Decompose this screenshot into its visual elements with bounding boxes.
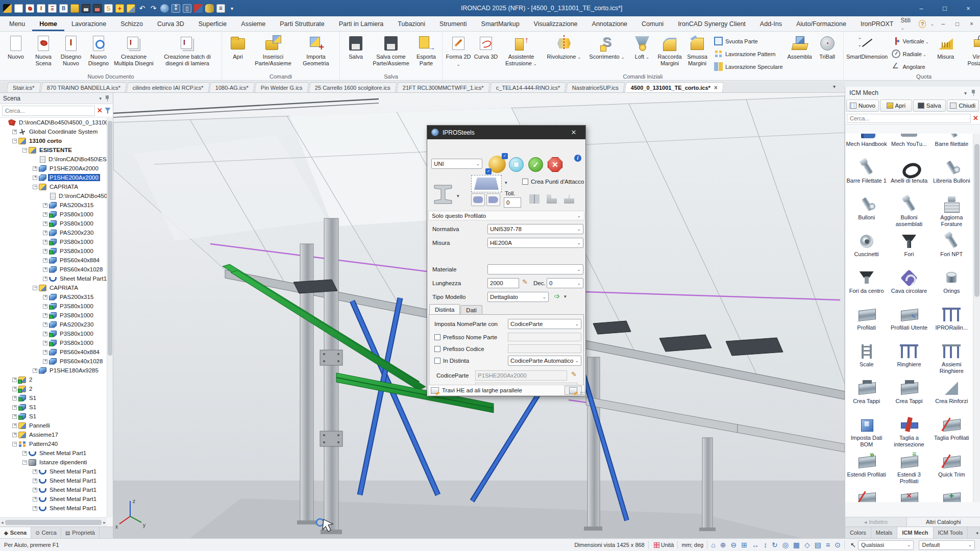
- imposta-combo[interactable]: CodiceParte⌄: [508, 319, 581, 329]
- profile-dropdown-icon[interactable]: ▾: [457, 193, 459, 198]
- tab-distinta[interactable]: Distinta: [429, 304, 460, 315]
- catalog-item[interactable]: Scale: [845, 341, 888, 378]
- view-tool-icon[interactable]: ⊕: [720, 541, 726, 549]
- tab-dati[interactable]: Dati: [460, 305, 482, 315]
- ribbon-tab[interactable]: Schizzo: [113, 16, 150, 31]
- pointer-icon[interactable]: ↖: [850, 541, 856, 549]
- other-catalogs-button[interactable]: Altri Cataloghi: [907, 517, 980, 527]
- tree-item[interactable]: Sheet Metal Part1: [0, 476, 107, 485]
- info-icon[interactable]: i: [574, 155, 581, 162]
- apply-type-icon[interactable]: ➩: [554, 292, 560, 300]
- catalog-item[interactable]: Imposta Dati BOM: [845, 414, 888, 451]
- ribbon-tab[interactable]: Curva 3D: [150, 16, 191, 31]
- tree-expander-icon[interactable]: [12, 139, 17, 143]
- document-tab[interactable]: 4500_0_131001_TE_corto.ics*×: [624, 82, 724, 92]
- tree-expander-icon[interactable]: [43, 267, 47, 272]
- catalog-item[interactable]: Taglia Profilati: [930, 414, 973, 451]
- catalog-item[interactable]: Fori da centro: [845, 267, 888, 304]
- tab-overflow-icon[interactable]: ▾: [833, 84, 836, 89]
- tree-item[interactable]: P1SHE200Ax2000: [0, 173, 107, 182]
- ribbon-button[interactable]: Salva come Parte/Assieme: [370, 33, 412, 71]
- view-tool-icon[interactable]: ⊖: [730, 541, 737, 549]
- ribbon-tab[interactable]: Home: [32, 16, 64, 31]
- catalog-item[interactable]: Cava circolare: [888, 267, 930, 304]
- tree-horizontal-scrollbar[interactable]: ◂▸: [0, 517, 107, 527]
- ribbon-button[interactable]: Assembla: [786, 33, 814, 71]
- doc-restore-icon[interactable]: □: [952, 20, 963, 28]
- view-tool-icon[interactable]: ▤: [815, 541, 821, 549]
- ribbon-button[interactable]: Raccorda Margini: [656, 33, 683, 71]
- toll-field[interactable]: 0: [504, 197, 521, 208]
- tree-item[interactable]: Sheet Metal Part1: [0, 467, 107, 476]
- edit-codice-icon[interactable]: ✎: [571, 370, 577, 378]
- ribbon-tab[interactable]: Strumenti: [432, 16, 474, 31]
- qat-icon[interactable]: [26, 4, 34, 13]
- document-tab[interactable]: 870 TRAINO BANDELLA.ics*×: [40, 82, 127, 92]
- config-combo[interactable]: Default⌄: [919, 540, 975, 550]
- tree-expander-icon[interactable]: [43, 322, 47, 327]
- join-left-button[interactable]: [471, 193, 485, 206]
- catalog-toolbar-button[interactable]: Salva: [913, 99, 946, 112]
- pin-icon[interactable]: [105, 95, 110, 102]
- ribbon-tab[interactable]: Tubazioni: [390, 16, 432, 31]
- ribbon-button[interactable]: Forma 2D: [445, 33, 472, 71]
- ribbon-button[interactable]: Nuovo: [2, 33, 30, 71]
- qat-icon[interactable]: [48, 4, 57, 13]
- tree-expander-icon[interactable]: [22, 451, 27, 456]
- catalog-item[interactable]: Taglia a intersezione: [888, 414, 930, 451]
- tree-expander-icon[interactable]: [43, 249, 47, 254]
- clear-search-icon[interactable]: ✕: [973, 114, 978, 122]
- tree-expander-icon[interactable]: [33, 479, 37, 483]
- ribbon-button[interactable]: Nuovo Disegno: [85, 33, 112, 71]
- catalog-toolbar-button[interactable]: Apri: [880, 99, 913, 112]
- tree-item[interactable]: Sheet Metal Part1: [0, 274, 107, 283]
- tree-item[interactable]: D:\IronCAD\Bo450\ES: [0, 155, 107, 164]
- in-distinta-checkbox[interactable]: In Distinta: [434, 358, 469, 364]
- qat-icon[interactable]: [127, 4, 135, 13]
- ribbon-tab[interactable]: Parti in Lamiera: [332, 16, 391, 31]
- panel-menu-icon[interactable]: ▾: [99, 96, 102, 101]
- view-tool-icon[interactable]: ⌂: [711, 541, 715, 549]
- catalog-item[interactable]: Mech YouTu...: [888, 134, 930, 157]
- tree-item[interactable]: 2: [0, 375, 107, 384]
- qat-icon[interactable]: [115, 4, 124, 13]
- ribbon-tab[interactable]: Aiuto/Formazione: [789, 16, 853, 31]
- ribbon-button[interactable]: Importa Geometria: [295, 33, 337, 71]
- tree-expander-icon[interactable]: [33, 166, 37, 171]
- view-tool-icon[interactable]: ≡: [826, 541, 830, 549]
- catalog-tab[interactable]: ICM Mech: [897, 527, 933, 538]
- ribbon-tab[interactable]: Menu: [2, 16, 32, 31]
- tree-expander-icon[interactable]: [22, 460, 27, 465]
- profile-preview[interactable]: [471, 175, 502, 192]
- materiale-combo[interactable]: ⌄: [487, 264, 583, 274]
- tree-expander-icon[interactable]: [12, 130, 17, 134]
- dec-combo[interactable]: 0⌄: [547, 278, 583, 288]
- qat-icon[interactable]: [205, 4, 214, 13]
- ribbon-tab[interactable]: Comuni: [634, 16, 671, 31]
- ribbon-button[interactable]: Creazione Multipla Disegni: [112, 33, 155, 71]
- ok-button[interactable]: ✓: [528, 157, 543, 172]
- catalog-item[interactable]: Crea Rinforzi: [930, 378, 973, 414]
- filter-icon[interactable]: [105, 108, 111, 114]
- catalog-tab[interactable]: Metals: [871, 527, 897, 538]
- tree-item[interactable]: D:\IronCAD\Bo450\4500_0_13100: [0, 118, 107, 127]
- styles-dropdown[interactable]: Stili ⌄: [901, 17, 915, 31]
- qat-icon[interactable]: [160, 4, 169, 13]
- qat-icon[interactable]: [183, 4, 191, 13]
- tree-item[interactable]: CAPRIATA: [0, 283, 107, 292]
- tree-item[interactable]: Sheet Metal Part1: [0, 448, 107, 458]
- in-distinta-combo[interactable]: CodiceParte Automatico⌄: [508, 356, 581, 366]
- tree-expander-icon[interactable]: [33, 185, 37, 189]
- catalog-item[interactable]: Taglia Profilato: [845, 488, 888, 502]
- catalog-item[interactable]: Scollega Profilati: [888, 488, 930, 502]
- catalog-item[interactable]: IPRORailin...: [930, 304, 973, 341]
- qat-icon[interactable]: [70, 4, 79, 13]
- chevron-down-icon[interactable]: ⌄: [930, 21, 934, 27]
- tree-item[interactable]: P8S60x40x884: [0, 347, 107, 357]
- ribbon-button[interactable]: Rivoluzione: [543, 33, 585, 71]
- codice-field[interactable]: P1SHE200Ax2000: [475, 370, 567, 381]
- ribbon-button[interactable]: Misura: [932, 33, 960, 71]
- tree-expander-icon[interactable]: [43, 212, 47, 217]
- tree-item[interactable]: P3S80x1000: [0, 329, 107, 338]
- tree-item[interactable]: P8S60x40x1028: [0, 357, 107, 366]
